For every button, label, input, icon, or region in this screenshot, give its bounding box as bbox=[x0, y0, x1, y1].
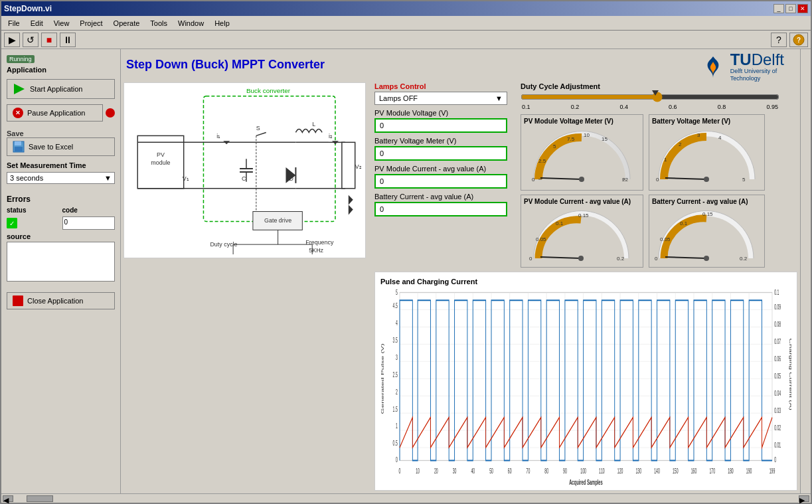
svg-text:Charging Current (A): Charging Current (A) bbox=[789, 338, 791, 410]
scroll-thumb[interactable] bbox=[27, 495, 53, 502]
svg-text:0.1: 0.1 bbox=[774, 289, 779, 296]
menu-file[interactable]: File bbox=[4, 18, 24, 29]
status-indicator: ✓ bbox=[7, 216, 60, 230]
svg-text:2.5: 2.5 bbox=[393, 371, 398, 378]
svg-text:0.15: 0.15 bbox=[702, 211, 713, 217]
pv-voltage-label: PV Module Voltage (V) bbox=[374, 109, 514, 117]
svg-text:0.2: 0.2 bbox=[740, 256, 748, 262]
svg-text:7.5: 7.5 bbox=[567, 136, 575, 142]
battery-voltage-gauge-svg: 0 1 2 3 4 5 bbox=[652, 126, 762, 186]
svg-rect-9 bbox=[203, 96, 335, 221]
close-window-button[interactable]: ✕ bbox=[797, 4, 808, 13]
svg-text:120: 120 bbox=[617, 467, 623, 475]
status-green-icon: ✓ bbox=[7, 218, 17, 228]
svg-text:10: 10 bbox=[416, 467, 420, 475]
svg-text:110: 110 bbox=[599, 467, 605, 475]
svg-text:199: 199 bbox=[770, 467, 775, 475]
battery-voltage-input[interactable] bbox=[374, 146, 507, 161]
svg-rect-8 bbox=[13, 295, 23, 306]
menu-window[interactable]: Window bbox=[174, 18, 208, 29]
pv-voltage-field: PV Module Voltage (V) bbox=[374, 109, 514, 133]
lamps-dropdown[interactable]: Lamps OFF ▼ bbox=[374, 92, 507, 105]
minimize-button[interactable]: _ bbox=[773, 4, 784, 13]
svg-text:160: 160 bbox=[691, 467, 697, 475]
logo-text: TUDelft Delft University ofTechnology bbox=[730, 52, 784, 82]
svg-text:5: 5 bbox=[396, 289, 398, 296]
source-field bbox=[7, 242, 115, 282]
pause-icon: ✕ bbox=[13, 108, 23, 118]
svg-text:0.05: 0.05 bbox=[660, 236, 671, 242]
duty-cycle-slider[interactable] bbox=[521, 92, 779, 102]
svg-text:60: 60 bbox=[508, 467, 512, 475]
menu-tools[interactable]: Tools bbox=[146, 18, 171, 29]
menu-edit[interactable]: Edit bbox=[27, 18, 47, 29]
svg-text:i₁: i₁ bbox=[216, 133, 220, 139]
run-continuous-button[interactable]: ↺ bbox=[23, 33, 39, 47]
duty-cycle-section: Duty Cycle Adjustment 0.10.20.40.60.80.9… bbox=[521, 82, 797, 110]
horizontal-scrollbar[interactable]: ◀ ▶ bbox=[1, 493, 811, 503]
svg-text:3: 3 bbox=[396, 353, 398, 361]
stop-button[interactable]: ■ bbox=[41, 33, 57, 47]
scroll-right-button[interactable]: ▶ bbox=[799, 495, 809, 502]
pause-application-button[interactable]: ✕ Pause Application bbox=[7, 104, 103, 122]
circuit-svg: Buck converter PV module V₁ C bbox=[123, 82, 366, 258]
svg-text:4: 4 bbox=[718, 135, 722, 141]
duty-ticks: 0.10.20.40.60.80.95 bbox=[521, 104, 779, 110]
pv-current-field: PV Module Current - avg value (A) bbox=[374, 165, 514, 189]
svg-text:2: 2 bbox=[679, 141, 682, 147]
left-panel: Running Application Start Application ✕ … bbox=[1, 49, 121, 493]
svg-text:130: 130 bbox=[636, 467, 642, 475]
duty-slider-container: 0.10.20.40.60.80.95 bbox=[521, 92, 779, 110]
close-application-button[interactable]: Close Application bbox=[7, 292, 115, 309]
svg-text:0.02: 0.02 bbox=[774, 424, 781, 432]
battery-current-input[interactable] bbox=[374, 202, 507, 216]
voltage-meters-row: PV Module Voltage Meter (V) bbox=[521, 114, 797, 191]
svg-text:5KHz: 5KHz bbox=[309, 247, 323, 254]
error-code-field[interactable]: 0 bbox=[62, 216, 116, 230]
save-to-excel-button[interactable]: Save to Excel bbox=[7, 137, 115, 156]
lamps-control: Lamps Control Lamps OFF ▼ bbox=[374, 82, 514, 105]
menu-help[interactable]: Help bbox=[210, 18, 234, 29]
svg-text:0: 0 bbox=[656, 177, 659, 183]
help-button[interactable]: ? bbox=[771, 33, 787, 47]
pv-current-input[interactable] bbox=[374, 174, 507, 189]
pv-current-meter: PV Module Current - avg value (A) 0 0.05 bbox=[521, 195, 643, 268]
tu-text: TUDelft bbox=[730, 52, 784, 68]
battery-current-meter: Battery Current - avg value (A) 0 0.05 bbox=[649, 195, 765, 268]
pv-voltage-meter-title: PV Module Voltage Meter (V) bbox=[524, 118, 640, 125]
start-application-button[interactable]: Start Application bbox=[7, 79, 115, 99]
pulse-chart-svg: 0 0.5 1 1.5 2 2.5 3 3.5 4 4.5 5 bbox=[380, 288, 791, 486]
svg-text:0.09: 0.09 bbox=[774, 303, 781, 311]
tu-delft-flame-icon bbox=[700, 55, 726, 79]
title-row: Step Down (Buck) MPPT Converter TUDelft … bbox=[123, 52, 797, 82]
menu-view[interactable]: View bbox=[50, 18, 74, 29]
save-section: Save Save to Excel bbox=[7, 127, 115, 156]
menu-project[interactable]: Project bbox=[76, 18, 106, 29]
menu-operate[interactable]: Operate bbox=[110, 18, 144, 29]
svg-text:0.01: 0.01 bbox=[774, 442, 781, 449]
right-scrollbar[interactable] bbox=[800, 49, 811, 493]
maximize-button[interactable]: □ bbox=[785, 4, 796, 13]
pv-voltage-input[interactable] bbox=[374, 118, 507, 133]
svg-text:4: 4 bbox=[396, 319, 398, 327]
pause-toolbar-button[interactable]: ⏸ bbox=[60, 33, 76, 47]
window-controls: _ □ ✕ bbox=[773, 4, 808, 13]
svg-text:C: C bbox=[242, 175, 246, 181]
logo-area: TUDelft Delft University ofTechnology bbox=[700, 52, 784, 82]
errors-section: Errors status code ✓ 0 source bbox=[7, 195, 115, 282]
circuit-diagram: Buck converter PV module V₁ C bbox=[123, 82, 369, 491]
battery-current-gauge-svg: 0 0.05 0.1 0.15 0.2 bbox=[652, 207, 762, 263]
svg-text:0: 0 bbox=[532, 177, 535, 183]
chart-section: Pulse and Charging Current bbox=[374, 272, 797, 491]
svg-text:✓: ✓ bbox=[9, 220, 15, 227]
svg-text:50: 50 bbox=[489, 467, 493, 475]
main-area: Step Down (Buck) MPPT Converter TUDelft … bbox=[121, 49, 800, 493]
scroll-left-button[interactable]: ◀ bbox=[3, 495, 13, 502]
battery-voltage-meter-title: Battery Voltage Meter (V) bbox=[652, 118, 762, 125]
running-badge: Running Application bbox=[7, 54, 115, 74]
context-button[interactable]: ? bbox=[789, 33, 808, 47]
run-button[interactable]: ▶ bbox=[4, 33, 20, 47]
measurement-time-dropdown[interactable]: 3 seconds ▼ bbox=[7, 172, 115, 184]
svg-text:0: 0 bbox=[399, 467, 401, 475]
save-icon bbox=[13, 141, 25, 153]
